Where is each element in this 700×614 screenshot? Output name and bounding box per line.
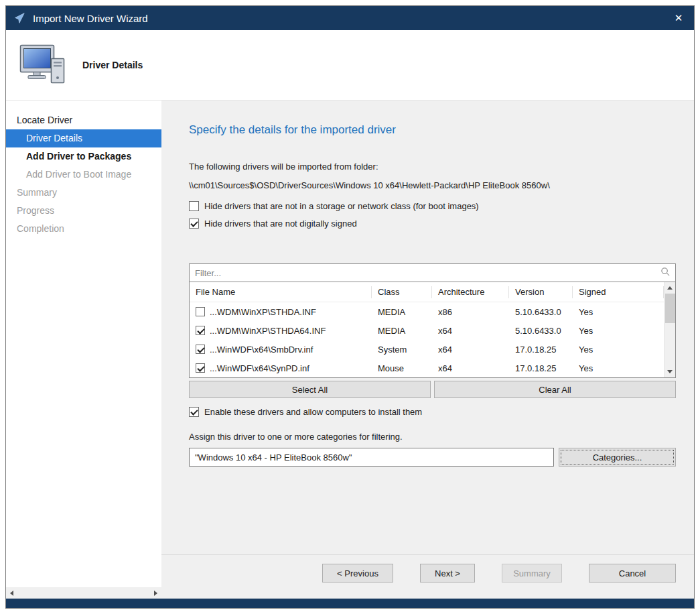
driver-row[interactable]: ...WDM\WinXP\STHDA64.INFMEDIAx645.10.643…: [190, 321, 664, 340]
signed-cell: Yes: [573, 307, 664, 317]
hide-storage-checkbox-row[interactable]: Hide drivers that are not in a storage o…: [189, 201, 676, 211]
close-button[interactable]: ✕: [663, 6, 694, 30]
filter-input[interactable]: [195, 268, 660, 278]
scroll-up-button[interactable]: [664, 282, 676, 294]
arrow-up-icon: [667, 286, 673, 290]
architecture-cell: x86: [432, 307, 509, 317]
hide-unsigned-checkbox-row[interactable]: Hide drivers that are not digitally sign…: [189, 219, 676, 229]
column-header-version[interactable]: Version: [509, 286, 573, 298]
driver-list: File Name Class Architecture Version Sig…: [189, 282, 676, 378]
arrow-down-icon: [667, 370, 673, 373]
arrow-right-icon: [154, 591, 157, 596]
scrollbar-thumb[interactable]: [665, 294, 675, 323]
row-checkbox[interactable]: [196, 326, 205, 335]
sidebar-horizontal-scrollbar[interactable]: [6, 587, 161, 599]
file-name: ...WDM\WinXP\STHDA64.INF: [210, 326, 326, 336]
driver-row[interactable]: ...WDM\WinXP\STHDA.INFMEDIAx865.10.6433.…: [190, 302, 664, 321]
sidebar: Locate DriverDriver DetailsAdd Driver to…: [6, 101, 161, 599]
search-icon: [660, 267, 671, 280]
hide-unsigned-checkbox[interactable]: [189, 219, 199, 229]
driver-row[interactable]: ...WinWDF\x64\SmbDrv.infSystemx6417.0.18…: [190, 340, 664, 359]
sidebar-item-add-driver-to-boot-image[interactable]: Add Driver to Boot Image: [6, 166, 161, 184]
wizard-step-title: Driver Details: [82, 60, 143, 70]
hide-unsigned-label: Hide drivers that are not digitally sign…: [204, 219, 357, 229]
filter-box: [189, 263, 676, 282]
categories-button[interactable]: Categories...: [559, 448, 676, 467]
driver-rows: ...WDM\WinXP\STHDA.INFMEDIAx865.10.6433.…: [190, 302, 664, 377]
driver-list-header[interactable]: File Name Class Architecture Version Sig…: [190, 282, 664, 302]
class-cell: System: [372, 345, 432, 355]
sidebar-item-summary[interactable]: Summary: [6, 184, 161, 202]
clear-all-button[interactable]: Clear All: [434, 381, 676, 398]
wizard-footer: < Previous Next > Summary Cancel: [161, 554, 694, 599]
sidebar-item-completion[interactable]: Completion: [6, 220, 161, 238]
folder-path: \\cm01\Sources$\OSD\DriverSources\Window…: [189, 180, 676, 190]
wizard-icon: [14, 12, 26, 24]
import-new-driver-wizard-window: Import New Driver Wizard ✕: [5, 5, 695, 609]
file-name: ...WinWDF\x64\SmbDrv.inf: [210, 345, 313, 355]
computer-icon: [19, 44, 66, 86]
scrollbar-track[interactable]: [17, 587, 150, 599]
signed-cell: Yes: [573, 363, 664, 373]
file-name-cell: ...WDM\WinXP\STHDA64.INF: [190, 326, 372, 336]
hide-storage-label: Hide drivers that are not in a storage o…: [204, 201, 479, 211]
file-name-cell: ...WinWDF\x64\SmbDrv.inf: [190, 345, 372, 355]
wizard-body: Locate DriverDriver DetailsAdd Driver to…: [6, 101, 694, 599]
next-button[interactable]: Next >: [420, 564, 475, 582]
version-cell: 17.0.18.25: [509, 345, 573, 355]
row-checkbox[interactable]: [196, 345, 205, 354]
column-header-file-name[interactable]: File Name: [190, 286, 372, 298]
class-cell: MEDIA: [372, 307, 432, 317]
folder-label: The following drivers will be imported f…: [189, 162, 676, 172]
version-cell: 5.10.6433.0: [509, 307, 573, 317]
hide-storage-checkbox[interactable]: [189, 201, 199, 211]
wizard-header: Driver Details: [6, 30, 694, 101]
enable-drivers-checkbox-row[interactable]: Enable these drivers and allow computers…: [189, 407, 676, 417]
architecture-cell: x64: [432, 345, 509, 355]
category-input[interactable]: [189, 448, 554, 467]
signed-cell: Yes: [573, 345, 664, 355]
driver-row[interactable]: ...WinWDF\x64\SynPD.infMousex6417.0.18.2…: [190, 359, 664, 377]
enable-drivers-checkbox[interactable]: [189, 407, 199, 417]
version-cell: 5.10.6433.0: [509, 326, 573, 336]
driver-list-scrollbar[interactable]: [664, 282, 675, 377]
category-row: Categories...: [189, 448, 676, 467]
row-checkbox[interactable]: [196, 307, 205, 316]
bottom-accent-strip: [6, 599, 694, 608]
row-checkbox[interactable]: [196, 363, 205, 373]
sidebar-item-progress[interactable]: Progress: [6, 202, 161, 220]
sidebar-nav: Locate DriverDriver DetailsAdd Driver to…: [6, 101, 161, 587]
arrow-left-icon: [10, 591, 13, 596]
selection-buttons: Select All Clear All: [189, 381, 676, 398]
sidebar-item-locate-driver[interactable]: Locate Driver: [6, 111, 161, 129]
file-name: ...WDM\WinXP\STHDA.INF: [210, 307, 316, 317]
file-name-cell: ...WinWDF\x64\SynPD.inf: [190, 363, 372, 373]
select-all-button[interactable]: Select All: [189, 381, 431, 398]
column-header-architecture[interactable]: Architecture: [432, 286, 509, 298]
summary-button[interactable]: Summary: [502, 564, 562, 582]
version-cell: 17.0.18.25: [509, 363, 573, 373]
architecture-cell: x64: [432, 363, 509, 373]
file-name: ...WinWDF\x64\SynPD.inf: [210, 363, 309, 373]
page-title: Specify the details for the imported dri…: [189, 123, 676, 137]
scroll-right-button[interactable]: [150, 587, 161, 599]
signed-cell: Yes: [573, 326, 664, 336]
content-pane: Specify the details for the imported dri…: [161, 101, 694, 599]
titlebar: Import New Driver Wizard ✕: [6, 6, 694, 30]
sidebar-item-driver-details[interactable]: Driver Details: [6, 129, 161, 147]
file-name-cell: ...WDM\WinXP\STHDA.INF: [190, 307, 372, 317]
class-cell: MEDIA: [372, 326, 432, 336]
column-header-signed[interactable]: Signed: [573, 286, 664, 298]
scroll-left-button[interactable]: [6, 587, 17, 599]
previous-button[interactable]: < Previous: [322, 564, 393, 582]
class-cell: Mouse: [372, 363, 432, 373]
column-header-class[interactable]: Class: [372, 286, 432, 298]
enable-drivers-label: Enable these drivers and allow computers…: [204, 407, 422, 417]
assign-category-label: Assign this driver to one or more catego…: [189, 432, 676, 442]
sidebar-item-add-driver-to-packages[interactable]: Add Driver to Packages: [6, 147, 161, 166]
scroll-down-button[interactable]: [664, 366, 676, 377]
cancel-button[interactable]: Cancel: [589, 564, 676, 582]
window-title: Import New Driver Wizard: [33, 13, 148, 24]
architecture-cell: x64: [432, 326, 509, 336]
